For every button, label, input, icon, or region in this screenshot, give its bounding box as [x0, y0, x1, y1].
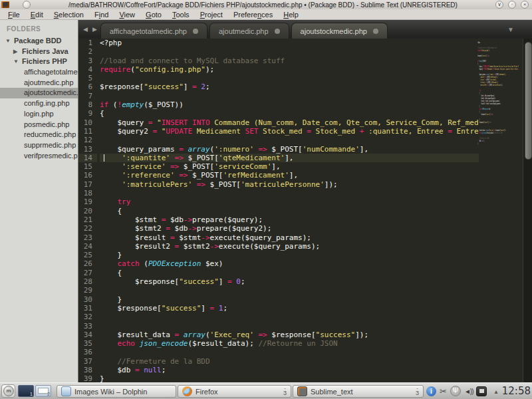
- code-line: [100, 74, 479, 82]
- sidebar-item-supprmedic-php[interactable]: supprmedic.php: [0, 140, 78, 151]
- sidebar-item-fichiers-java[interactable]: ▶Fichiers Java: [0, 47, 78, 57]
- klipper-scissors-icon[interactable]: ✂: [440, 386, 447, 396]
- update-notifier-icon[interactable]: i: [426, 386, 436, 396]
- menu-file[interactable]: File: [3, 11, 25, 19]
- code-line: $stmt = $db->prepare($query);: [100, 215, 479, 224]
- sidebar-item-posmedic-php[interactable]: posmedic.php: [0, 120, 78, 130]
- line-number: 4: [78, 65, 97, 74]
- menu-help[interactable]: Help: [278, 11, 304, 19]
- line-number: 34: [78, 331, 97, 339]
- task-button-sublime_text[interactable]: Sublime_text3: [293, 385, 424, 398]
- code-line: {: [100, 207, 479, 215]
- usb-device-icon[interactable]: Ψ: [450, 386, 461, 396]
- folders-header: FOLDERS: [0, 20, 78, 36]
- modified-dot-icon[interactable]: [275, 29, 280, 34]
- sidebar-item-verifpresmedic-php[interactable]: verifpresmedic.php: [0, 151, 78, 162]
- editor: ◀ ▶ affichagetotalmedic.phpajoutmedic.ph…: [78, 20, 532, 382]
- menu-preferences[interactable]: Preferences: [228, 11, 278, 19]
- line-number: 13: [78, 145, 97, 154]
- sidebar-item-affichagetotalmedic-php[interactable]: affichagetotalmedic.php: [0, 67, 78, 78]
- code-line: try: [100, 198, 479, 206]
- code-line: }: [100, 295, 479, 304]
- tab-scroll-right-icon[interactable]: ▶: [92, 26, 97, 33]
- tab-overflow-icon[interactable]: ▼: [507, 26, 514, 33]
- line-number: 18: [78, 189, 97, 198]
- line-number: 14: [78, 154, 97, 162]
- expanded-triangle-icon[interactable]: ▼: [5, 36, 14, 47]
- tab-ajoutstockmedic-php[interactable]: ajoutstockmedic.php: [291, 23, 388, 39]
- scrollbar-thumb[interactable]: [525, 42, 532, 160]
- sidebar-item-config-ing-php[interactable]: config.ing.php: [0, 98, 78, 109]
- tab-scroll-left-icon[interactable]: ◀: [83, 26, 88, 33]
- tab-ajoutmedic-php[interactable]: ajoutmedic.php: [209, 23, 289, 39]
- window-count-badge[interactable]: 3: [283, 388, 287, 395]
- tab-affichagetotalmedic-php[interactable]: affichagetotalmedic.php: [100, 23, 207, 39]
- code-line: ':matriculePers' => $_POST['matriculePer…: [100, 180, 479, 189]
- panel-expander-icon[interactable]: ▴: [494, 388, 497, 395]
- code-line: $query = "INSERT INTO Commande (Num_comm…: [100, 118, 479, 127]
- sidebar-item-fichiers-php[interactable]: ▼Fichiers PHP: [0, 57, 78, 67]
- line-number: 9: [78, 109, 97, 118]
- main-area: FOLDERS ▼Package BDD▶Fichiers Java▼Fichi…: [0, 20, 532, 382]
- modified-dot-icon[interactable]: [373, 29, 378, 34]
- maximize-button[interactable]: ◦: [508, 1, 516, 9]
- sidebar-item-ajoutstockmedic-php[interactable]: ajoutstockmedic.php: [0, 88, 78, 98]
- line-number: 31: [78, 304, 97, 313]
- virtual-desktop-1[interactable]: 1: [18, 385, 34, 397]
- task-label: Sublime_text: [311, 388, 412, 396]
- sidebar-item-label: reducmedic.php: [24, 130, 76, 140]
- sidebar-item-label: supprmedic.php: [24, 140, 76, 151]
- sidebar: FOLDERS ▼Package BDD▶Fichiers Java▼Fichi…: [0, 20, 78, 382]
- line-number: 39: [78, 374, 97, 382]
- line-number: 26: [78, 259, 97, 268]
- code-line: ':quantite' => $_POST['qteMedicament'],: [100, 154, 479, 162]
- close-button[interactable]: ×: [521, 1, 529, 9]
- task-button-images-wiki-dolphin[interactable]: Images Wiki – Dolphin: [57, 385, 176, 398]
- menu-tools[interactable]: Tools: [167, 11, 195, 19]
- expanded-triangle-icon[interactable]: ▼: [13, 57, 22, 67]
- menu-edit[interactable]: Edit: [25, 11, 49, 19]
- menu-view[interactable]: View: [114, 11, 140, 19]
- sidebar-item-package-bdd[interactable]: ▼Package BDD: [0, 36, 78, 47]
- vertical-scrollbar[interactable]: [523, 39, 532, 382]
- task-button-firefox[interactable]: Firefox3: [178, 385, 291, 398]
- taskbar-clock[interactable]: 12:58: [502, 383, 531, 399]
- text-caret: [104, 154, 104, 162]
- line-number: 11: [78, 127, 97, 136]
- code-line: $db = null;: [100, 366, 479, 374]
- sidebar-item-label: ajoutstockmedic.php: [24, 88, 78, 98]
- folder-tree: ▼Package BDD▶Fichiers Java▼Fichiers PHPa…: [0, 36, 78, 161]
- tab-label: ajoutstockmedic.php: [301, 27, 367, 35]
- window-count-badge[interactable]: 3: [416, 388, 419, 395]
- menu-bar: FileEditSelectionFindViewGotoToolsProjec…: [0, 9, 532, 20]
- line-number: 32: [78, 313, 97, 321]
- desktop: /media/BATHROW/CoffreFort/Package BDD/Fi…: [0, 0, 532, 399]
- sidebar-item-login-php[interactable]: login.php: [0, 109, 78, 120]
- menu-find[interactable]: Find: [89, 11, 114, 19]
- minimap[interactable]: <?php //load and connect to MySQL databa…: [477, 41, 519, 194]
- window-titlebar[interactable]: /media/BATHROW/CoffreFort/Package BDD/Fi…: [0, 0, 532, 9]
- sidebar-item-ajoutmedic-php[interactable]: ajoutmedic.php: [0, 78, 78, 88]
- sidebar-item-label: Fichiers PHP: [22, 57, 67, 67]
- virtual-desktop-2[interactable]: 2: [35, 385, 51, 397]
- code-line: {: [100, 269, 479, 277]
- menu-selection[interactable]: Selection: [49, 11, 89, 19]
- window-menu-button[interactable]: [23, 1, 31, 9]
- sidebar-item-label: login.php: [24, 109, 54, 120]
- code-line: }: [100, 374, 479, 382]
- code-line: <?php: [100, 39, 479, 47]
- code-line: $query2 = "UPDATE Medicament SET Stock_m…: [100, 127, 479, 136]
- code-area[interactable]: 1234567891011121314151617181920212223242…: [78, 39, 532, 382]
- volume-icon[interactable]: ◄)): [464, 388, 473, 395]
- sublime-app-icon: [1, 1, 9, 8]
- device-notifier-icon[interactable]: [476, 386, 487, 396]
- sidebar-item-reducmedic-php[interactable]: reducmedic.php: [0, 130, 78, 140]
- minimize-button[interactable]: ∨: [495, 1, 503, 9]
- collapsed-triangle-icon[interactable]: ▶: [13, 47, 22, 57]
- menu-goto[interactable]: Goto: [140, 11, 167, 19]
- start-menu-button[interactable]: m: [1, 384, 15, 398]
- menu-project[interactable]: Project: [195, 11, 228, 19]
- sidebar-item-label: config.ing.php: [24, 98, 70, 109]
- line-number: 27: [78, 269, 97, 277]
- modified-dot-icon[interactable]: [193, 29, 198, 34]
